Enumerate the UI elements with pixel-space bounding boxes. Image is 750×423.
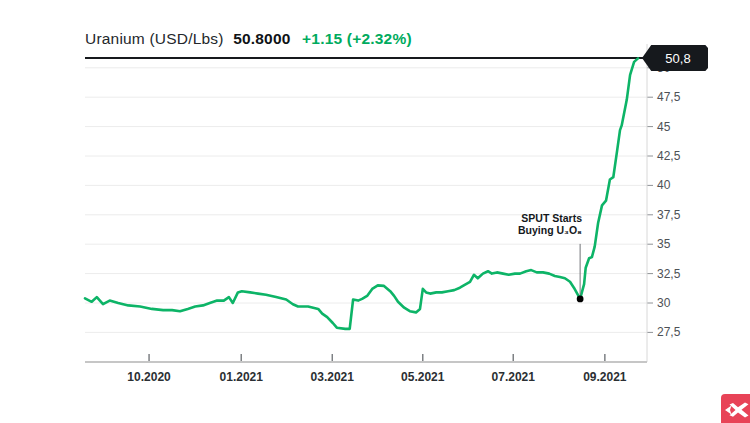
y-tick-label: 42,5 [657,149,680,163]
x-tick-label: 05.2021 [401,370,444,384]
annotation-line1: SPUT Starts [516,213,582,225]
price-tag-label: 50,8 [665,51,690,66]
y-tick-label: 40 [657,178,670,192]
y-tick-label: 27,5 [657,325,680,339]
y-tick-label: 47,5 [657,90,680,104]
price-chart[interactable] [0,0,750,423]
x-tick-label: 01.2021 [220,370,263,384]
chart-window: Uranium (USD/Lbs) 50.8000 +1.15 (+2.32%)… [0,0,750,423]
brand-logo [721,394,750,423]
price-series-line [85,58,638,329]
y-tick-label: 30 [657,296,670,310]
annotation-line2: Buying U₃O₈ [516,225,582,237]
x-tick-label: 07.2021 [492,370,535,384]
y-tick-label: 45 [657,120,670,134]
price-tag: 50,8 [642,45,708,71]
y-tick-label: 35 [657,237,670,251]
x-logo-icon [721,394,750,423]
annotation-dot [577,295,584,302]
y-tick-label: 37,5 [657,208,680,222]
y-tick-label: 32,5 [657,267,680,281]
x-tick-label: 09.2021 [583,370,626,384]
x-tick-label: 03.2021 [311,370,354,384]
x-tick-label: 10.2020 [127,370,170,384]
annotation-sput: SPUT Starts Buying U₃O₈ [516,213,582,236]
